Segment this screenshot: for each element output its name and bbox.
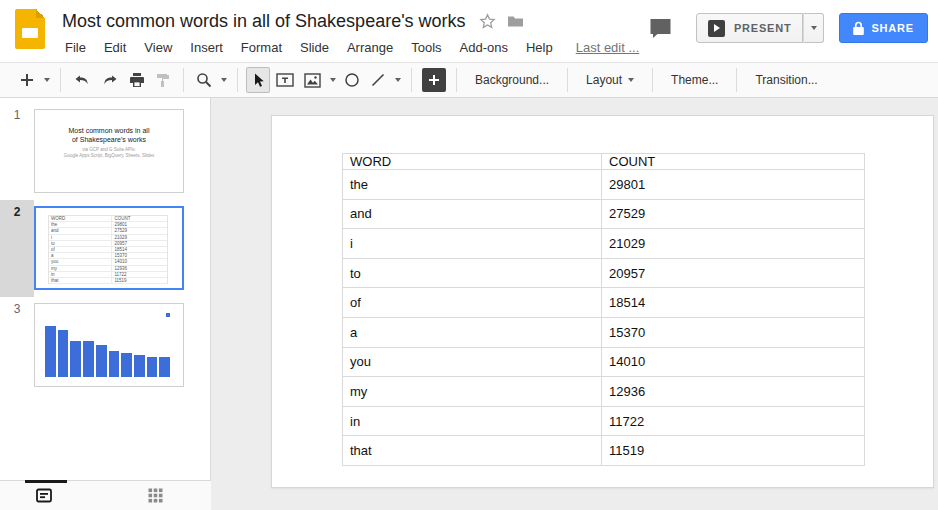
menu-file[interactable]: File bbox=[56, 40, 95, 55]
zoom-button[interactable] bbox=[192, 67, 216, 93]
theme-button[interactable]: Theme... bbox=[660, 67, 729, 93]
slide-thumbnail-1[interactable]: Most common words in all of Shakespeare'… bbox=[34, 109, 184, 193]
thumb1-subtitle: via GCP and G Suite APIs: Google Apps Sc… bbox=[35, 147, 183, 159]
slide-number: 1 bbox=[0, 103, 34, 200]
new-slide-dropdown-button[interactable] bbox=[40, 67, 53, 93]
plus-icon bbox=[428, 74, 440, 86]
text-box-icon bbox=[276, 72, 294, 88]
image-dropdown-button[interactable] bbox=[326, 67, 339, 93]
caret-down-icon bbox=[221, 78, 227, 82]
menu-view[interactable]: View bbox=[135, 40, 181, 55]
table-cell[interactable]: of bbox=[343, 288, 602, 318]
menu-arrange[interactable]: Arrange bbox=[338, 40, 402, 55]
grid-view-button[interactable] bbox=[148, 488, 163, 503]
menu-insert[interactable]: Insert bbox=[181, 40, 232, 55]
new-slide-button[interactable] bbox=[15, 67, 39, 93]
menu-tools[interactable]: Tools bbox=[402, 40, 450, 55]
table-cell[interactable]: to bbox=[343, 258, 602, 288]
zoom-icon bbox=[196, 72, 212, 88]
layout-button[interactable]: Layout bbox=[575, 67, 645, 93]
comments-button[interactable] bbox=[649, 18, 672, 39]
menu-slide[interactable]: Slide bbox=[291, 40, 338, 55]
table-cell[interactable]: a bbox=[343, 317, 602, 347]
table-cell[interactable]: you bbox=[343, 347, 602, 377]
filmstrip-view-button[interactable] bbox=[36, 488, 52, 503]
text-box-button[interactable] bbox=[272, 67, 298, 93]
table-cell[interactable]: 15370 bbox=[602, 317, 865, 347]
present-button[interactable]: PRESENT bbox=[696, 13, 804, 43]
star-icon[interactable] bbox=[479, 13, 496, 29]
present-label: PRESENT bbox=[734, 22, 792, 34]
mini-table-row: that11519 bbox=[49, 278, 167, 284]
paint-format-button[interactable] bbox=[151, 67, 175, 93]
slide-2-mini-table: WORDCOUNTthe29801and27529i21029to20957of… bbox=[48, 215, 168, 284]
line-icon bbox=[370, 72, 386, 88]
table-cell[interactable]: 12936 bbox=[602, 377, 865, 407]
table-cell[interactable]: the bbox=[343, 170, 602, 200]
toolbar-separator bbox=[736, 68, 737, 92]
cursor-icon bbox=[250, 72, 266, 88]
present-dropdown-button[interactable] bbox=[803, 13, 824, 43]
table-cell[interactable]: in bbox=[343, 406, 602, 436]
mini-chart-bar bbox=[83, 341, 94, 377]
word-column-header[interactable]: WORD bbox=[343, 154, 602, 170]
slide-thumbnail-2[interactable]: WORDCOUNTthe29801and27529i21029to20957of… bbox=[34, 206, 184, 290]
shape-icon bbox=[344, 72, 360, 88]
view-switcher bbox=[0, 480, 211, 510]
filmstrip-rows: 1 Most common words in all of Shakespear… bbox=[0, 98, 210, 480]
line-dropdown-button[interactable] bbox=[391, 67, 404, 93]
plus-icon bbox=[19, 72, 35, 88]
menu-help[interactable]: Help bbox=[517, 40, 562, 55]
slide-number: 3 bbox=[0, 297, 34, 394]
table-cell[interactable]: 11519 bbox=[602, 436, 865, 466]
play-icon bbox=[708, 20, 725, 37]
table-cell[interactable]: 21029 bbox=[602, 229, 865, 259]
line-button[interactable] bbox=[366, 67, 390, 93]
toolbar-separator bbox=[237, 68, 238, 92]
caret-down-icon bbox=[811, 26, 817, 30]
insert-image-button[interactable] bbox=[300, 67, 325, 93]
table-row: i21029 bbox=[343, 229, 865, 259]
table-row: that11519 bbox=[343, 436, 865, 466]
slide-canvas[interactable]: WORD COUNT the29801and27529i21029to20957… bbox=[271, 115, 934, 488]
table-header-row: WORD COUNT bbox=[343, 154, 865, 170]
table-cell[interactable]: my bbox=[343, 377, 602, 407]
mini-chart-bar bbox=[147, 357, 158, 377]
menu-last-edit[interactable]: Last edit ... bbox=[576, 40, 640, 55]
table-cell[interactable]: 11722 bbox=[602, 406, 865, 436]
redo-button[interactable] bbox=[97, 67, 123, 93]
share-button[interactable]: SHARE bbox=[839, 13, 928, 43]
zoom-dropdown-button[interactable] bbox=[217, 67, 230, 93]
shape-button[interactable] bbox=[340, 67, 364, 93]
table-cell[interactable]: that bbox=[343, 436, 602, 466]
background-button[interactable]: Background... bbox=[464, 67, 560, 93]
print-button[interactable] bbox=[125, 67, 149, 93]
insert-comment-button[interactable] bbox=[422, 68, 446, 92]
table-row: a15370 bbox=[343, 317, 865, 347]
slides-logo-icon[interactable] bbox=[15, 9, 45, 49]
slide-thumbnail-3[interactable] bbox=[34, 303, 184, 387]
filmstrip-row-1: 1 Most common words in all of Shakespear… bbox=[0, 103, 210, 200]
document-title[interactable]: Most common words in all of Shakespeare'… bbox=[62, 11, 466, 32]
menu-add-ons[interactable]: Add-ons bbox=[451, 40, 517, 55]
table-cell[interactable]: i bbox=[343, 229, 602, 259]
table-cell[interactable]: 20957 bbox=[602, 258, 865, 288]
filmstrip-view-icon bbox=[36, 488, 52, 503]
table-cell[interactable]: 29801 bbox=[602, 170, 865, 200]
menu-format[interactable]: Format bbox=[232, 40, 291, 55]
table-cell[interactable]: 27529 bbox=[602, 199, 865, 229]
canvas-area: WORD COUNT the29801and27529i21029to20957… bbox=[211, 98, 938, 510]
menu-edit[interactable]: Edit bbox=[95, 40, 135, 55]
count-column-header[interactable]: COUNT bbox=[602, 154, 865, 170]
transition-button[interactable]: Transition... bbox=[744, 67, 828, 93]
mini-chart-bar bbox=[96, 345, 107, 377]
table-cell[interactable]: 18514 bbox=[602, 288, 865, 318]
mini-chart-bar bbox=[70, 341, 81, 377]
table-cell[interactable]: 14010 bbox=[602, 347, 865, 377]
select-tool-button[interactable] bbox=[246, 67, 270, 93]
table-row: in11722 bbox=[343, 406, 865, 436]
table-cell[interactable]: and bbox=[343, 199, 602, 229]
undo-button[interactable] bbox=[69, 67, 95, 93]
folder-icon[interactable] bbox=[507, 15, 524, 28]
word-table: WORD COUNT the29801and27529i21029to20957… bbox=[342, 153, 865, 466]
